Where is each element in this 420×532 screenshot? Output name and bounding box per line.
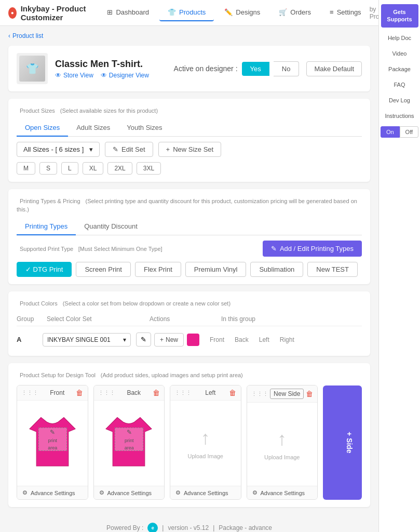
dev-log-button[interactable]: Dev Log [381,93,418,108]
edit2-icon: ✎ [127,429,132,436]
size-dropdown[interactable]: All Sizes - [ 6 sizes ] ▾ [17,142,100,157]
dtg-print-button[interactable]: ✓ DTG Print [17,262,72,277]
color-actions: ✎ + New [136,332,199,347]
left-title: Left [205,389,215,396]
back-print-area[interactable]: ✎ print area [115,428,143,451]
add-side-button[interactable]: + Side [323,385,362,500]
product-sizes-title: Product Sizes (Select available sizes fo… [17,106,362,114]
video-button[interactable]: Video [381,46,418,61]
chevron-down-icon: ▾ [89,145,93,153]
color-set-dropdown[interactable]: INKYBAY SINGLE 001 ▾ [43,333,131,347]
back-delete-button[interactable]: 🗑 [153,389,160,397]
nav-orders-label: Orders [290,8,311,16]
dashboard-icon: ⊞ [107,8,113,16]
new-placeholder-delete[interactable]: 🗑 [306,390,313,398]
footer-package: Package - advance [219,524,272,531]
tab-adult-sizes[interactable]: Adult Sizes [68,119,118,137]
left-move-handle[interactable]: ⋮⋮⋮ [174,390,192,396]
new-placeholder-header: ⋮⋮⋮ New Side 🗑 [247,385,318,403]
color-set-label: INKYBAY SINGLE 001 [47,336,111,343]
front-move-handle[interactable]: ⋮⋮⋮ [21,390,38,396]
new-placeholder-body: ↑ Upload Image [247,403,318,486]
front-advance-settings[interactable]: ⚙ Advance Settings [17,486,88,499]
col-group: Group [17,315,43,323]
new-placeholder-upload[interactable]: ↑ Upload Image [254,418,310,471]
plus-icon: + [166,145,170,153]
new-test-button[interactable]: New TEST [307,262,358,277]
tab-quantity-discount[interactable]: Quantity Discount [76,218,146,235]
left-card-body: ↑ Upload Image [170,401,241,486]
active-label: Active on designer : [174,64,238,73]
faq-button[interactable]: FAQ [381,77,418,92]
new-placeholder-move[interactable]: ⋮⋮⋮ [251,391,268,397]
new-size-set-button[interactable]: + New Size Set [158,142,222,157]
back-advance-settings[interactable]: ⚙ Advance Settings [94,486,165,499]
nav-products-label: Products [179,8,206,16]
new-placeholder-advance[interactable]: ⚙ Advance Settings [247,486,318,499]
left-label: Left [259,336,269,343]
side-card-back: ⋮⋮⋮ Back 🗑 ✎ print area [93,385,165,500]
active-section: Active on designer : Yes No Make Default [174,61,362,76]
breadcrumb-label: Product list [12,32,43,39]
edit-icon: ✎ [50,429,55,436]
orders-icon: 🛒 [279,8,287,16]
upload2-icon: ↑ [277,428,287,450]
new-color-button[interactable]: + New [154,333,184,347]
print-type-header: Supported Print Type [Must Select Minimu… [17,241,362,257]
tab-youth-sizes[interactable]: Youth Sizes [118,119,170,137]
product-header: 👕 Classic Men T-shirt. 👁 Store View 👁 De… [8,46,370,91]
printing-tabs: Printing Types Quantity Discount [17,218,362,235]
front-tshirt-container: ✎ print area [24,409,81,477]
edit-color-button[interactable]: ✎ [136,332,151,347]
nav-designs[interactable]: ✏️ Designs [216,4,268,21]
gear2-icon: ⚙ [99,489,104,496]
back-move-handle[interactable]: ⋮⋮⋮ [98,390,115,396]
edit-set-button[interactable]: ✎ Edit Set [105,142,153,157]
product-image: 👕 [17,53,48,84]
left-upload-area[interactable]: ↑ Upload Image [178,417,234,470]
product-setup-section: Product Setup for Design Tool (Add produ… [8,363,370,507]
product-thumbnail: 👕 [19,56,45,82]
back-print-area-label: print [125,438,134,443]
nav-links: ⊞ Dashboard 👕 Products ✏️ Designs 🛒 Orde… [99,4,369,21]
product-info: 👕 Classic Men T-shirt. 👁 Store View 👁 De… [17,53,149,84]
nav-settings[interactable]: ≡ Settings [321,4,370,21]
nav-products[interactable]: 👕 Products [159,4,214,21]
no-button[interactable]: No [274,61,300,76]
toggle-off-button[interactable]: Off [400,126,418,138]
col-in-group: In this group [221,315,362,323]
col-actions: Actions [150,315,217,323]
tab-open-sizes[interactable]: Open Sizes [17,119,68,137]
front-delete-button[interactable]: 🗑 [76,389,83,397]
flex-print-button[interactable]: Flex Print [135,262,181,277]
footer-version: version - v5.12 [168,524,209,531]
add-edit-printing-types-button[interactable]: ✎ Add / Edit Printing Types [263,241,362,257]
screen-print-button[interactable]: Screen Print [76,262,131,277]
tab-printing-types[interactable]: Printing Types [17,218,76,235]
package-button[interactable]: Package [381,62,418,76]
get-support-button[interactable]: Gets Supports [381,4,418,28]
toggle-on-button[interactable]: On [381,126,400,138]
printing-types-section: Printing Types & Pricing (Select printin… [8,189,370,284]
left-delete-button[interactable]: 🗑 [229,389,236,397]
nav-settings-label: Settings [337,8,361,16]
front-print-area[interactable]: ✎ print area [38,428,67,451]
nav-dashboard[interactable]: ⊞ Dashboard [99,4,157,21]
help-doc-button[interactable]: Help Doc [381,31,418,45]
colors-table: Group Select Color Set Actions In this g… [17,312,362,349]
breadcrumb[interactable]: ‹ Product list [8,32,370,39]
yes-button[interactable]: Yes [242,62,269,76]
premium-vinyl-button[interactable]: Premium Vinyl [185,262,247,277]
left-advance-settings[interactable]: ⚙ Advance Settings [170,486,241,499]
back-advance-label: Advance Settings [107,490,152,496]
make-default-button[interactable]: Make Default [306,61,362,76]
sublimation-button[interactable]: Sublimation [250,262,303,277]
nav-orders[interactable]: 🛒 Orders [270,4,319,21]
designer-view-link[interactable]: 👁 Designer View [101,72,149,79]
store-view-link[interactable]: 👁 Store View [55,72,93,79]
back-card-body: ✎ print area [94,401,165,486]
instructions-button[interactable]: Instructions [381,109,418,123]
color-swatch[interactable] [187,334,199,346]
designs-icon: ✏️ [224,8,233,16]
size-3xl: 3XL [137,162,161,175]
